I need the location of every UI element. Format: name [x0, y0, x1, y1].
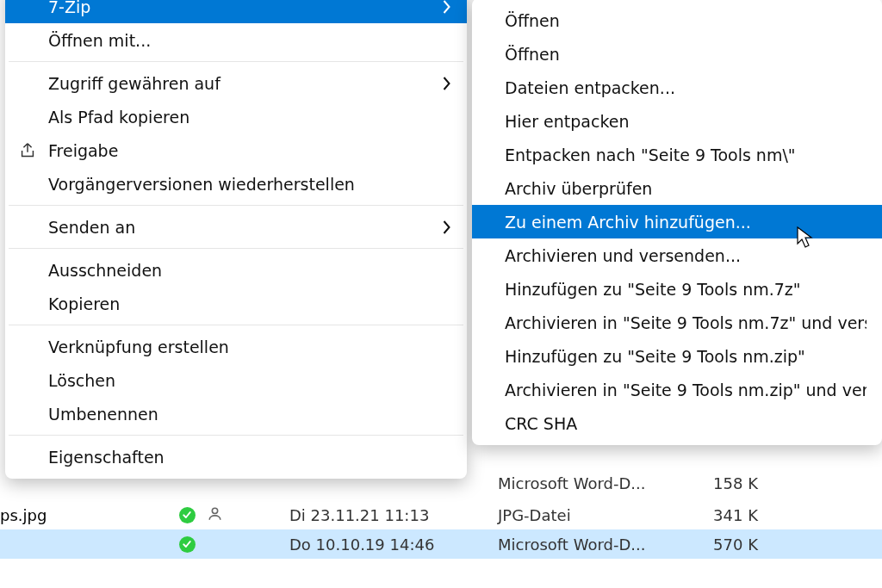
menu-item-label: Archivieren in "Seite 9 Tools nm.7z" und… [505, 313, 866, 332]
submenu-item-open-2[interactable]: Öffnen [472, 37, 882, 71]
share-icon [17, 140, 38, 161]
menu-item-rename[interactable]: Umbenennen [5, 397, 467, 430]
menu-item-label: Archivieren in "Seite 9 Tools nm.zip" un… [505, 381, 866, 399]
menu-item-label: Hier entpacken [505, 112, 866, 131]
menu-separator [9, 325, 463, 325]
menu-separator [9, 205, 463, 206]
menu-item-label: Hinzufügen zu "Seite 9 Tools nm.zip" [505, 347, 866, 366]
chevron-right-icon [433, 0, 451, 15]
submenu-item-add-zip[interactable]: Hinzufügen zu "Seite 9 Tools nm.zip" [472, 339, 882, 373]
submenu-item-compress-zip-email[interactable]: Archivieren in "Seite 9 Tools nm.zip" un… [472, 373, 882, 406]
check-icon [179, 536, 196, 553]
menu-item-label: Vorgängerversionen wiederherstellen [48, 175, 451, 194]
sync-status [176, 536, 198, 553]
menu-item-label: Zugriff gewähren auf [48, 74, 433, 93]
menu-item-send-to[interactable]: Senden an [5, 210, 467, 244]
table-row[interactable]: ps.jpg Di 23.11.21 11:13 JPG-Datei 341 K [0, 500, 882, 529]
menu-item-label: Ausschneiden [48, 261, 451, 280]
file-date: Di 23.11.21 11:13 [289, 506, 429, 524]
menu-item-label: Als Pfad kopieren [48, 108, 451, 127]
submenu-item-compress-email[interactable]: Archivieren und versenden... [472, 238, 882, 272]
menu-item-label: Umbenennen [48, 405, 451, 424]
menu-item-share[interactable]: Freigabe [5, 133, 467, 167]
menu-item-label: Kopieren [48, 294, 451, 313]
people-icon [207, 505, 223, 525]
file-date: Do 10.10.19 14:46 [289, 535, 434, 554]
context-menu: 7-Zip Öffnen mit... Zugriff gewähren auf… [5, 0, 467, 479]
menu-item-open-with[interactable]: Öffnen mit... [5, 23, 467, 57]
menu-item-copy-as-path[interactable]: Als Pfad kopieren [5, 100, 467, 133]
menu-item-label: 7-Zip [48, 0, 433, 16]
menu-item-previous-versions[interactable]: Vorgängerversionen wiederherstellen [5, 167, 467, 201]
menu-item-label: Zu einem Archiv hinzufügen... [505, 213, 866, 232]
submenu-item-extract-to[interactable]: Entpacken nach "Seite 9 Tools nm\" [472, 138, 882, 171]
menu-item-label: Öffnen [505, 45, 866, 64]
menu-item-label: Archiv überprüfen [505, 179, 866, 198]
submenu-item-add-to-archive[interactable]: Zu einem Archiv hinzufügen... [472, 205, 882, 238]
menu-separator [9, 248, 463, 249]
svg-point-0 [212, 508, 217, 513]
menu-item-label: Öffnen mit... [48, 31, 451, 50]
shared-people-col [203, 505, 226, 525]
menu-item-grant-access[interactable]: Zugriff gewähren auf [5, 66, 467, 100]
menu-item-cut[interactable]: Ausschneiden [5, 253, 467, 287]
menu-item-label: Freigabe [48, 141, 451, 160]
file-name: ps.jpg [0, 506, 164, 524]
submenu-item-open-1[interactable]: Öffnen [472, 3, 882, 37]
menu-item-label: Öffnen [505, 11, 866, 30]
menu-item-label: Hinzufügen zu "Seite 9 Tools nm.7z" [505, 280, 866, 299]
file-size: 158 K [706, 474, 758, 492]
menu-item-label: Archivieren und versenden... [505, 246, 866, 265]
file-type: Microsoft Word-D... [498, 474, 645, 492]
menu-item-label: Entpacken nach "Seite 9 Tools nm\" [505, 145, 866, 164]
menu-separator [9, 61, 463, 62]
file-type: Microsoft Word-D... [498, 535, 645, 554]
file-size: 341 K [706, 506, 758, 524]
menu-item-label: CRC SHA [505, 414, 866, 433]
menu-item-delete[interactable]: Löschen [5, 363, 467, 397]
submenu-item-crc-sha[interactable]: CRC SHA [472, 406, 882, 440]
chevron-right-icon [433, 76, 451, 91]
menu-separator [9, 435, 463, 436]
menu-item-7zip[interactable]: 7-Zip [5, 0, 467, 23]
menu-item-properties[interactable]: Eigenschaften [5, 440, 467, 473]
menu-item-label: Senden an [48, 218, 433, 237]
submenu-item-add-7z[interactable]: Hinzufügen zu "Seite 9 Tools nm.7z" [472, 272, 882, 306]
submenu-item-extract-here[interactable]: Hier entpacken [472, 104, 882, 138]
menu-item-label: Verknüpfung erstellen [48, 337, 451, 356]
menu-item-create-shortcut[interactable]: Verknüpfung erstellen [5, 330, 467, 363]
submenu-7zip: Öffnen Öffnen Dateien entpacken... Hier … [472, 0, 882, 445]
submenu-item-extract-files[interactable]: Dateien entpacken... [472, 71, 882, 104]
submenu-item-compress-7z-email[interactable]: Archivieren in "Seite 9 Tools nm.7z" und… [472, 306, 882, 339]
menu-item-copy[interactable]: Kopieren [5, 287, 467, 320]
menu-item-label: Löschen [48, 371, 451, 390]
sync-status [176, 507, 198, 523]
menu-item-label: Eigenschaften [48, 448, 451, 467]
menu-item-label: Dateien entpacken... [505, 78, 866, 97]
file-size: 570 K [706, 535, 758, 554]
file-type: JPG-Datei [498, 506, 571, 524]
table-row[interactable]: Do 10.10.19 14:46 Microsoft Word-D... 57… [0, 529, 882, 559]
check-icon [179, 507, 196, 523]
submenu-item-test-archive[interactable]: Archiv überprüfen [472, 171, 882, 205]
chevron-right-icon [433, 220, 451, 235]
